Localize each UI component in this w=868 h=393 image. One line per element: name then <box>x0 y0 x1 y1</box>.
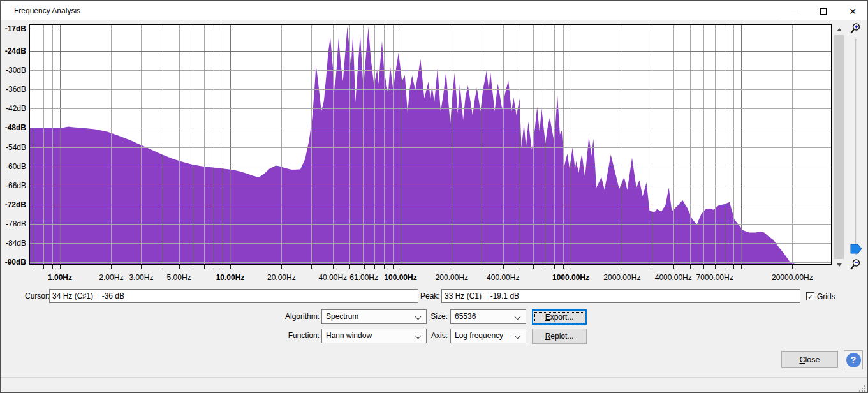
algorithm-select[interactable]: Spectrum <box>321 309 427 324</box>
zoom-slider-track[interactable] <box>855 39 857 255</box>
chevron-down-icon <box>415 314 422 320</box>
close-button[interactable]: Close <box>781 351 838 368</box>
x-tick-label: 1000.00Hz <box>542 273 600 282</box>
y-tick-label: -42dB <box>1 104 27 113</box>
close-window-button[interactable]: ✕ <box>838 2 867 20</box>
close-icon: ✕ <box>849 7 857 16</box>
replot-button[interactable]: Replot... <box>532 329 587 344</box>
y-tick-label: -48dB <box>1 123 27 132</box>
zoom-slider-thumb[interactable] <box>850 244 863 256</box>
x-tick-label: 20.00Hz <box>253 273 310 282</box>
x-tick-label: 7000.00Hz <box>686 273 744 282</box>
titlebar-buttons: ✕ <box>779 2 867 20</box>
y-tick-label: -17dB <box>1 24 27 33</box>
function-label: Function: <box>268 329 320 343</box>
zoom-out-icon <box>849 258 862 271</box>
y-tick-label: -60dB <box>1 162 27 171</box>
x-tick-label: 200.00Hz <box>423 273 480 282</box>
grids-checkbox[interactable]: ✓ <box>806 292 814 300</box>
y-tick-label: -36dB <box>1 85 27 94</box>
export-button[interactable]: Export... <box>532 309 587 325</box>
arrow-down-icon <box>837 263 842 267</box>
zoom-in-icon <box>849 22 862 35</box>
algorithm-label: Algorithm: <box>268 309 320 324</box>
y-tick-label: -72dB <box>1 200 27 209</box>
scrollbar-thumb[interactable] <box>834 35 844 259</box>
help-icon: ? <box>846 353 861 367</box>
x-tick-label: 5.00Hz <box>151 273 208 282</box>
scroll-down-button[interactable] <box>834 260 844 271</box>
scroll-up-button[interactable] <box>834 24 844 35</box>
minimize-icon <box>791 11 798 11</box>
resize-grip[interactable] <box>857 383 865 392</box>
x-tick-label: 2000.00Hz <box>593 273 651 282</box>
plot-vertical-scrollbar[interactable] <box>834 24 844 271</box>
chevron-down-icon <box>515 314 521 320</box>
ruler-ticks <box>34 265 793 269</box>
spectrum-plot[interactable] <box>29 24 832 269</box>
frequency-analysis-window: Frequency Analysis ✕ -17dB-24dB-30dB-36d… <box>0 0 868 393</box>
cursor-label: Cursor: <box>25 289 50 303</box>
x-tick-label: 10.00Hz <box>202 273 259 282</box>
size-label: Size: <box>422 309 448 324</box>
x-tick-label: 1.00Hz <box>31 273 89 282</box>
minimize-button[interactable] <box>779 2 809 20</box>
grids-checkbox-label[interactable]: Grids <box>817 292 835 302</box>
axis-select[interactable]: Log frequency <box>450 329 526 343</box>
y-tick-label: -78dB <box>1 219 27 228</box>
x-tick-label: 400.00Hz <box>474 273 532 282</box>
slider-thumb-icon <box>850 244 863 254</box>
zoom-out-button[interactable] <box>849 258 862 271</box>
axis-label: Axis: <box>422 329 448 343</box>
function-select[interactable]: Hann window <box>321 329 427 343</box>
titlebar: Frequency Analysis ✕ <box>1 1 867 20</box>
y-tick-label: -24dB <box>1 47 27 56</box>
peak-label: Peak: <box>420 289 440 303</box>
y-tick-label: -90dB <box>1 258 27 267</box>
cursor-readout[interactable]: 34 Hz (C♯1) = -36 dB <box>49 289 418 303</box>
y-tick-label: -30dB <box>1 66 27 75</box>
maximize-icon <box>820 8 827 15</box>
maximize-button[interactable] <box>809 2 838 20</box>
size-select[interactable]: 65536 <box>450 309 526 324</box>
chevron-down-icon <box>515 333 521 339</box>
window-title: Frequency Analysis <box>14 6 80 15</box>
y-tick-label: -54dB <box>1 143 27 152</box>
chevron-down-icon <box>415 333 422 339</box>
peak-readout[interactable]: 33 Hz (C1) = -19.1 dB <box>441 289 800 303</box>
x-tick-label: 20000.00Hz <box>763 273 821 282</box>
zoom-in-button[interactable] <box>849 22 862 35</box>
arrow-up-icon <box>837 28 842 31</box>
status-bar <box>1 377 867 393</box>
y-tick-label: -66dB <box>1 181 27 190</box>
check-icon: ✓ <box>807 293 813 300</box>
help-button[interactable]: ? <box>844 350 863 369</box>
x-tick-label: 100.00Hz <box>372 273 429 282</box>
y-tick-label: -84dB <box>1 239 27 248</box>
